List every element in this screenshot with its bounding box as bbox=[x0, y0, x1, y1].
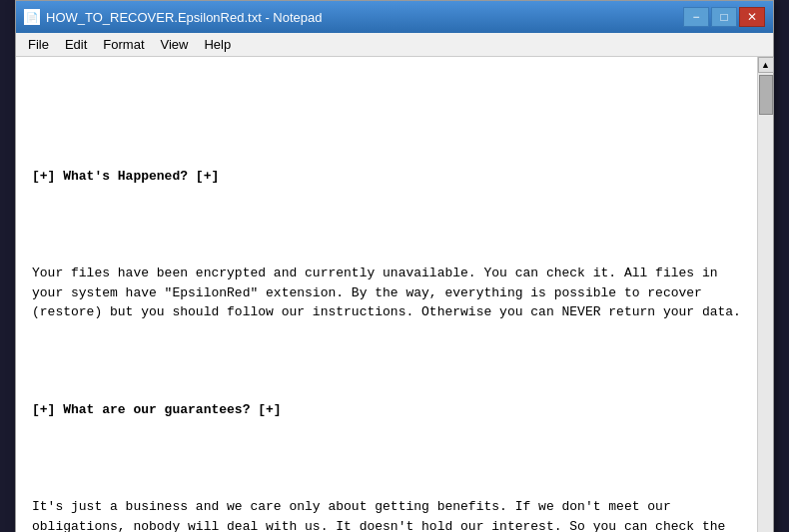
text-editor[interactable]: ICON [+] What's Happened? [+] Your files… bbox=[16, 57, 757, 532]
window-controls: − □ ✕ bbox=[683, 7, 765, 27]
scroll-thumb[interactable] bbox=[759, 75, 773, 115]
section-header-2: [+] What are our guarantees? [+] bbox=[32, 400, 741, 420]
minimize-button[interactable]: − bbox=[683, 7, 709, 27]
menu-file[interactable]: File bbox=[20, 35, 57, 54]
title-bar: 📄 HOW_TO_RECOVER.EpsilonRed.txt - Notepa… bbox=[16, 1, 773, 33]
notepad-window: 📄 HOW_TO_RECOVER.EpsilonRed.txt - Notepa… bbox=[15, 0, 774, 532]
scroll-track[interactable] bbox=[758, 73, 773, 532]
app-icon: 📄 bbox=[24, 9, 40, 25]
scrollbar[interactable]: ▲ ▼ bbox=[757, 57, 773, 532]
menu-view[interactable]: View bbox=[153, 35, 197, 54]
paragraph-1: Your files have been encrypted and curre… bbox=[32, 264, 741, 322]
section-header-1: [+] What's Happened? [+] bbox=[32, 167, 741, 187]
maximize-button[interactable]: □ bbox=[711, 7, 737, 27]
close-button[interactable]: ✕ bbox=[739, 7, 765, 27]
menu-bar: File Edit Format View Help bbox=[16, 33, 773, 57]
menu-edit[interactable]: Edit bbox=[57, 35, 95, 54]
menu-format[interactable]: Format bbox=[95, 35, 152, 54]
scroll-up-arrow[interactable]: ▲ bbox=[758, 57, 774, 73]
title-bar-left: 📄 HOW_TO_RECOVER.EpsilonRed.txt - Notepa… bbox=[24, 9, 322, 25]
window-title: HOW_TO_RECOVER.EpsilonRed.txt - Notepad bbox=[46, 10, 322, 25]
text-content: [+] What's Happened? [+] Your files have… bbox=[32, 128, 741, 533]
content-area: ICON [+] What's Happened? [+] Your files… bbox=[16, 57, 773, 532]
paragraph-2: It's just a business and we care only ab… bbox=[32, 497, 741, 532]
menu-help[interactable]: Help bbox=[196, 35, 239, 54]
notepad-icon: 📄 bbox=[26, 12, 38, 23]
